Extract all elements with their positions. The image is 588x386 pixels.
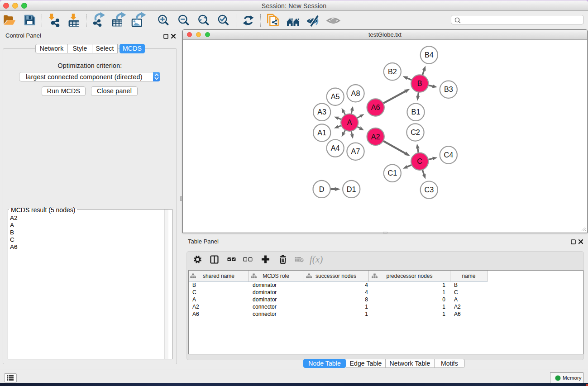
- svg-text:A2: A2: [371, 133, 380, 141]
- svg-text:A8: A8: [351, 89, 360, 97]
- svg-text:A5: A5: [331, 92, 340, 100]
- svg-text:C2: C2: [411, 128, 420, 136]
- svg-text:C3: C3: [424, 186, 434, 194]
- svg-text:f(x): f(x): [310, 254, 323, 265]
- svg-text:B3: B3: [444, 85, 453, 93]
- svg-text:A3: A3: [317, 108, 326, 116]
- svg-text:A4: A4: [331, 144, 340, 152]
- svg-text:A7: A7: [351, 147, 360, 155]
- svg-text:C4: C4: [444, 151, 453, 159]
- svg-text:A1: A1: [317, 129, 326, 137]
- svg-text:A6: A6: [371, 103, 380, 111]
- svg-text:C: C: [417, 157, 422, 165]
- svg-text:C1: C1: [387, 169, 397, 177]
- svg-text:B: B: [417, 79, 422, 87]
- svg-text:B4: B4: [425, 51, 434, 59]
- svg-text:D: D: [319, 185, 325, 193]
- svg-text:B1: B1: [411, 108, 421, 116]
- svg-text:D1: D1: [347, 185, 356, 193]
- svg-text:B2: B2: [388, 67, 397, 76]
- svg-text:A: A: [347, 118, 352, 126]
